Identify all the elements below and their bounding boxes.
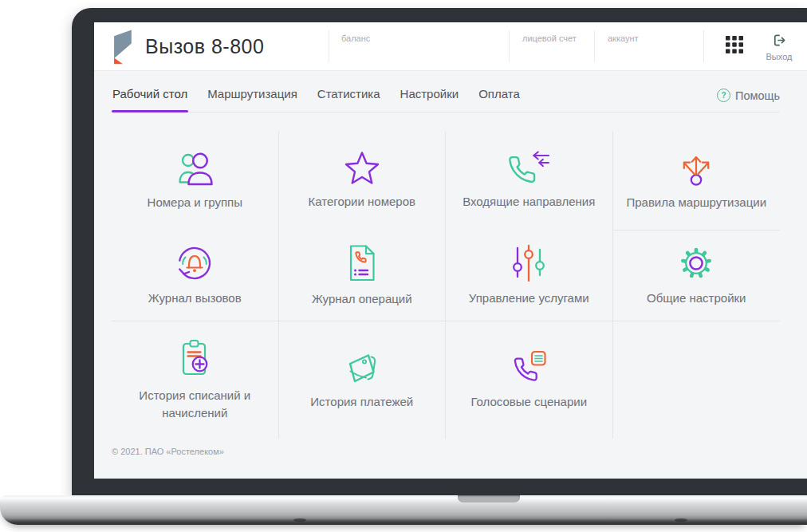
tile-payments-history[interactable]: История платежей xyxy=(279,321,447,439)
account-number-label: лицевой счет xyxy=(522,33,577,43)
question-circle-icon: ? xyxy=(717,89,730,102)
tile-voice-scenarios[interactable]: Голосовые сценарии xyxy=(446,321,613,439)
tile-number-categories[interactable]: Категории номеров xyxy=(279,132,447,230)
tile-label: Номера и группы xyxy=(148,194,242,211)
help-link[interactable]: ? Помощь xyxy=(717,89,780,102)
balance-label: баланс xyxy=(341,33,370,43)
tile-charges-history[interactable]: История списаний и начислений xyxy=(112,321,279,439)
screen-content: Вызов 8-800 баланс лицевой счет аккаунт xyxy=(94,22,807,479)
tile-label: Журнал вызовов xyxy=(148,290,242,307)
tile-label: Управление услугами xyxy=(469,290,589,307)
sliders-icon xyxy=(510,244,547,282)
call-log-icon xyxy=(175,244,214,282)
empty-grid-cell xyxy=(613,321,781,439)
laptop-screen-bezel: Вызов 8-800 баланс лицевой счет аккаунт xyxy=(72,8,807,496)
account-label: аккаунт xyxy=(608,33,639,43)
laptop-notch xyxy=(458,495,520,502)
nav-tabs: Рабочий стол Маршрутизация Статистика На… xyxy=(112,87,521,112)
charges-history-icon xyxy=(177,338,212,380)
page: Вызов 8-800 баланс лицевой счет аккаунт xyxy=(0,0,807,532)
gear-icon xyxy=(677,244,715,282)
laptop-base xyxy=(0,495,807,525)
copyright-text: © 2021. ПАО «Ростелеком» xyxy=(112,447,224,456)
app-header: Вызов 8-800 баланс лицевой счет аккаунт xyxy=(94,22,807,71)
help-label: Помощь xyxy=(735,89,780,102)
tab-desktop[interactable]: Рабочий стол xyxy=(112,87,188,112)
tile-operations-log[interactable]: Журнал операций xyxy=(279,230,447,321)
apps-grid-icon xyxy=(726,36,743,53)
star-icon xyxy=(343,151,381,186)
tab-routing[interactable]: Маршрутизация xyxy=(207,87,298,112)
voice-scenario-icon xyxy=(510,349,547,386)
payments-history-icon xyxy=(344,349,380,386)
laptop-foot xyxy=(293,518,306,522)
operations-log-icon xyxy=(344,243,380,283)
laptop-foot xyxy=(675,518,687,522)
tile-label: Входящие направления xyxy=(463,193,595,211)
tab-statistics[interactable]: Статистика xyxy=(317,87,381,112)
incoming-call-icon xyxy=(507,151,550,186)
apps-grid-button[interactable] xyxy=(726,36,745,55)
tile-numbers-groups[interactable]: Номера и группы xyxy=(112,132,279,230)
header-divider xyxy=(594,30,595,62)
tile-label: История списаний и начислений xyxy=(121,387,269,422)
people-icon xyxy=(173,150,216,187)
tile-label: История платежей xyxy=(310,393,413,411)
tab-settings[interactable]: Настройки xyxy=(400,87,460,112)
header-divider xyxy=(329,30,329,62)
tile-service-management[interactable]: Управление услугами xyxy=(446,230,613,321)
tile-label: Голосовые сценарии xyxy=(470,393,587,411)
tab-payment[interactable]: Оплата xyxy=(478,87,521,112)
tile-label: Общие настройки xyxy=(647,290,746,307)
tile-label: Правила маршрутизации xyxy=(626,194,766,211)
tile-general-settings[interactable]: Общие настройки xyxy=(613,230,781,321)
header-divider xyxy=(509,30,510,62)
logout-icon xyxy=(772,33,787,48)
tile-label: Категории номеров xyxy=(309,193,415,211)
app-title: Вызов 8-800 xyxy=(145,22,264,70)
tile-label: Журнал операций xyxy=(312,290,412,308)
logout-label: Выход xyxy=(754,52,804,61)
tile-incoming-directions[interactable]: Входящие направления xyxy=(446,132,613,230)
tile-call-log[interactable]: Журнал вызовов xyxy=(112,230,279,321)
logout-button[interactable]: Выход xyxy=(754,33,804,61)
header-divider xyxy=(703,30,704,62)
dashboard-tile-grid: Номера и группы Категории номеров xyxy=(112,132,780,439)
tile-routing-rules[interactable]: Правила маршрутизации xyxy=(613,132,781,230)
rostelecom-logo-icon xyxy=(113,29,135,65)
nav-bar: Рабочий стол Маршрутизация Статистика На… xyxy=(94,70,807,112)
route-split-icon xyxy=(677,150,715,187)
